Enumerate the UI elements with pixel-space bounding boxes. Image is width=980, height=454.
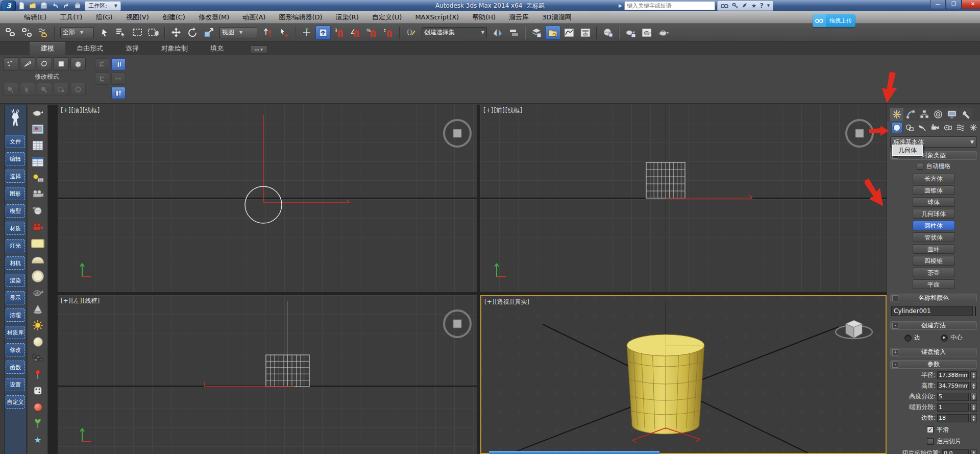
render-production-icon[interactable] — [655, 26, 671, 40]
render-setup-icon[interactable] — [623, 26, 638, 40]
spinner-snap-magnet-icon[interactable] — [381, 26, 396, 40]
viewport-menu-plus[interactable]: [+] — [61, 107, 70, 114]
star-icon[interactable]: ★ — [30, 433, 45, 446]
menu-item[interactable]: MAXScript(X) — [408, 11, 465, 23]
utilities-tab[interactable] — [959, 108, 972, 121]
select-and-place-icon[interactable] — [299, 26, 314, 40]
redo-icon[interactable] — [62, 2, 70, 10]
box-button[interactable]: 长方体 — [913, 174, 955, 183]
sidebar-item[interactable]: 设置 — [6, 378, 25, 391]
plant-icon[interactable] — [30, 417, 45, 430]
mirror-icon[interactable] — [490, 26, 505, 40]
expand-icon[interactable]: + — [892, 349, 898, 355]
rounded-rect-icon[interactable] — [30, 237, 45, 250]
smooth-checkbox[interactable] — [927, 426, 934, 433]
border-mode-icon[interactable] — [37, 57, 52, 70]
viewport-pov-label[interactable]: [顶] — [71, 107, 82, 114]
menu-item[interactable]: 3D溜溜网 — [535, 11, 578, 23]
viewport-shading-label[interactable]: [线框] — [83, 107, 100, 114]
open-file-icon[interactable] — [29, 2, 37, 10]
project-folder-icon[interactable] — [74, 2, 82, 10]
selection-filter-dropdown[interactable]: 全部▼ — [60, 27, 94, 38]
snap-3d-magnet-icon[interactable]: 3 — [332, 26, 347, 40]
sidebar-item[interactable]: 材质库 — [6, 326, 25, 339]
height-segments-field[interactable]: 5 — [937, 393, 969, 401]
create-tab[interactable] — [890, 108, 903, 121]
select-and-manipulate-icon[interactable] — [277, 26, 292, 40]
sidebar-item[interactable]: 渲染 — [6, 274, 25, 287]
viewport-front[interactable]: [+][前][线框] — [480, 105, 887, 292]
slice-from-field[interactable]: 0.0 — [942, 449, 969, 454]
paint-connect-icon[interactable] — [111, 73, 126, 85]
search-input[interactable] — [624, 1, 715, 10]
viewport-pov-label[interactable]: [左] — [71, 297, 82, 304]
angle-snap-magnet-icon[interactable] — [348, 26, 363, 40]
sidebar-item[interactable]: 清理 — [6, 308, 25, 322]
pin-icon[interactable] — [30, 368, 45, 381]
undo-icon[interactable] — [51, 2, 59, 10]
menu-item[interactable]: 工具(T) — [53, 11, 89, 23]
cylinder-button[interactable]: 圆柱体 — [913, 221, 955, 230]
height-segments-spinner[interactable]: ▲▼ — [970, 393, 977, 401]
shapes-category-icon[interactable] — [904, 122, 915, 133]
geosphere-button[interactable]: 几何球体 — [913, 209, 955, 219]
window-crossing-icon[interactable] — [146, 26, 161, 40]
sides-spinner[interactable]: ▲▼ — [970, 414, 977, 422]
radius-field[interactable]: 17.388mm — [937, 371, 969, 379]
rectangular-selection-region-icon[interactable] — [130, 26, 145, 40]
favorites-star-icon[interactable]: ★ — [751, 3, 756, 9]
sun-icon[interactable] — [30, 319, 45, 332]
extrude-tool-icon[interactable] — [95, 58, 109, 70]
select-by-name-icon[interactable] — [113, 26, 129, 40]
sidebar-item[interactable]: 材质 — [6, 222, 25, 235]
creation-method-rollout[interactable]: - 创建方法 — [890, 321, 977, 330]
parameters-rollout[interactable]: - 参数 — [890, 360, 977, 369]
workspace-dropdown[interactable]: 工作区: ▼ — [85, 1, 121, 11]
schematic-view-icon[interactable] — [578, 26, 593, 40]
menu-item[interactable]: 创建(C) — [156, 11, 192, 23]
viewcube[interactable] — [442, 308, 473, 340]
pyramid-button[interactable]: 四棱锥 — [913, 256, 955, 266]
sidebar-item[interactable]: 显示 — [6, 291, 25, 304]
edge-radio[interactable]: 边 — [904, 333, 920, 342]
help-icon[interactable]: ? — [760, 2, 764, 9]
ribbon-tab-freeform[interactable]: 自由形式 — [65, 42, 114, 55]
edit-named-selections-icon[interactable]: {} — [403, 26, 419, 40]
rendered-frame-window-icon[interactable] — [639, 26, 654, 40]
percent-snap-magnet-icon[interactable]: % — [364, 26, 380, 40]
sidebar-item[interactable]: 自定义 — [6, 395, 25, 409]
spreadsheet-icon[interactable] — [30, 139, 45, 152]
wire-teapot-icon[interactable] — [30, 286, 45, 299]
menu-item[interactable]: 动画(A) — [236, 11, 272, 23]
layer-manager-icon[interactable] — [529, 26, 544, 40]
height-spinner[interactable]: ▲▼ — [970, 382, 977, 390]
inset-tool-icon[interactable] — [95, 73, 109, 85]
sidebar-item[interactable]: 相机 — [6, 256, 25, 270]
render-image-icon[interactable] — [30, 123, 45, 136]
object-name-field[interactable] — [891, 306, 973, 316]
viewport-shading-label[interactable]: [线框] — [83, 297, 100, 304]
helpers-category-icon[interactable] — [942, 122, 953, 133]
select-and-rotate-icon[interactable] — [185, 26, 200, 40]
collapse-icon[interactable]: - — [892, 323, 898, 329]
select-object-icon[interactable] — [97, 26, 112, 40]
menu-item[interactable]: 渲染(R) — [329, 11, 365, 23]
bulb-keyboard-icon[interactable] — [30, 172, 45, 185]
keyboard-entry-rollout[interactable]: + 键盘输入 — [890, 348, 977, 356]
sidebar-item[interactable]: 修改 — [6, 343, 25, 356]
ribbon-tab-modeling[interactable]: 建模 — [30, 42, 65, 55]
curve-editor-icon[interactable] — [561, 26, 577, 40]
restore-button[interactable]: ❐ — [946, 0, 962, 9]
menu-item[interactable]: 视图(V) — [119, 11, 156, 23]
display-tab[interactable] — [945, 108, 959, 121]
unlink-selection-icon[interactable] — [19, 26, 35, 40]
autogrid-checkbox[interactable] — [917, 163, 923, 170]
ribbon-tab-selection[interactable]: 选择 — [114, 42, 150, 55]
sphere-button[interactable]: 球体 — [913, 197, 955, 207]
sidebar-item[interactable]: 选择 — [6, 170, 25, 183]
sidebar-item[interactable]: 灯光 — [6, 239, 25, 252]
sidebar-item[interactable]: 函数 — [6, 361, 25, 374]
dome-icon[interactable] — [30, 253, 45, 267]
keyboard-icon[interactable] — [30, 351, 45, 365]
radius-spinner[interactable]: ▲▼ — [970, 371, 977, 379]
